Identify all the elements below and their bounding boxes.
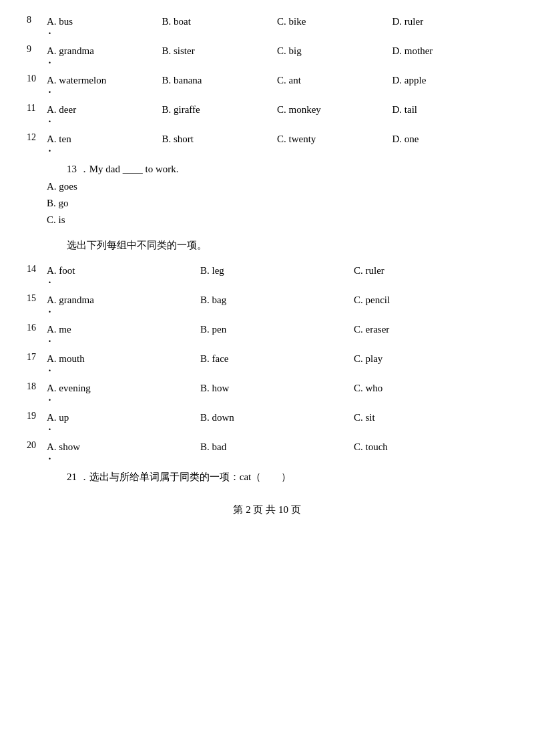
question-number: 17 bbox=[27, 351, 47, 364]
section-title: 选出下列每组中不同类的一项。 bbox=[67, 239, 507, 252]
question-number: 14 bbox=[27, 262, 47, 276]
option-c[interactable]: C. sit bbox=[354, 409, 507, 425]
option-b[interactable]: B. banana bbox=[162, 72, 278, 88]
option-c[interactable]: C. ant bbox=[277, 72, 392, 88]
dot: · bbox=[27, 336, 507, 347]
question-number: 12 bbox=[27, 131, 47, 144]
question-number: 19 bbox=[27, 409, 47, 423]
dot: · bbox=[27, 28, 507, 39]
option-d[interactable]: D. one bbox=[392, 131, 508, 147]
question-row: 20A. showB. badC. touch· bbox=[27, 439, 507, 464]
question-row: 14A. footB. legC. ruler· bbox=[27, 262, 507, 288]
dot: · bbox=[27, 57, 507, 68]
option-b[interactable]: B. how bbox=[200, 380, 354, 396]
option-c[interactable]: C. play bbox=[354, 351, 507, 367]
question-number: 8 bbox=[27, 13, 47, 27]
dot: · bbox=[27, 424, 507, 435]
question-row: 8A. busB. boatC. bikeD. ruler· bbox=[27, 13, 507, 39]
option-b[interactable]: B. leg bbox=[200, 262, 354, 278]
option-a[interactable]: A. foot bbox=[47, 262, 200, 278]
question-row: 15A. grandmaB. bagC. pencil· bbox=[27, 292, 507, 317]
option-a[interactable]: A. mouth bbox=[47, 351, 200, 367]
option-a[interactable]: A. deer bbox=[47, 102, 162, 118]
option-c[interactable]: C. bike bbox=[277, 13, 392, 29]
option-c[interactable]: C. ruler bbox=[354, 262, 507, 278]
option-a[interactable]: A. grandma bbox=[47, 292, 200, 308]
option-c[interactable]: C. touch bbox=[354, 439, 507, 455]
dot: · bbox=[27, 395, 507, 405]
option-a[interactable]: A. watermelon bbox=[47, 72, 162, 88]
option-b[interactable]: B. down bbox=[200, 409, 354, 425]
option-a[interactable]: A. evening bbox=[47, 380, 200, 396]
dot: · bbox=[27, 307, 507, 317]
dot: · bbox=[27, 365, 507, 376]
option-c[interactable]: C. big bbox=[277, 43, 392, 59]
q13-option-c[interactable]: C. is bbox=[47, 214, 507, 226]
option-c[interactable]: C. twenty bbox=[277, 131, 392, 147]
q13-option-b[interactable]: B. go bbox=[47, 198, 507, 209]
question-row: 10A. watermelonB. bananaC. antD. apple· bbox=[27, 72, 507, 98]
q13-option-a[interactable]: A. goes bbox=[47, 181, 507, 192]
option-b[interactable]: B. face bbox=[200, 351, 354, 367]
option-c[interactable]: C. monkey bbox=[277, 102, 392, 118]
dot: · bbox=[27, 87, 507, 98]
dot: · bbox=[27, 453, 507, 464]
option-b[interactable]: B. giraffe bbox=[162, 102, 278, 118]
option-b[interactable]: B. short bbox=[162, 131, 278, 147]
question-number: 20 bbox=[27, 439, 47, 452]
question-row: 17A. mouthB. faceC. play· bbox=[27, 351, 507, 376]
option-d[interactable]: D. mother bbox=[392, 43, 508, 59]
dot: · bbox=[27, 277, 507, 288]
question-row: 12A. tenB. shortC. twentyD. one· bbox=[27, 131, 507, 156]
page-footer: 第 2 页 共 10 页 bbox=[27, 504, 507, 516]
question-number: 10 bbox=[27, 72, 47, 85]
option-b[interactable]: B. sister bbox=[162, 43, 278, 59]
question-number: 15 bbox=[27, 292, 47, 305]
option-a[interactable]: A. show bbox=[47, 439, 200, 455]
question-21-text: 21 ．选出与所给单词属于同类的一项：cat（ ） bbox=[67, 471, 507, 484]
question-number: 16 bbox=[27, 321, 47, 335]
question-row: 11A. deerB. giraffeC. monkeyD. tail· bbox=[27, 102, 507, 127]
option-c[interactable]: C. pencil bbox=[354, 292, 507, 308]
question-number: 9 bbox=[27, 43, 47, 56]
option-d[interactable]: D. tail bbox=[392, 102, 508, 118]
option-a[interactable]: A. grandma bbox=[47, 43, 162, 59]
question-row: 18A. eveningB. howC. who· bbox=[27, 380, 507, 405]
option-d[interactable]: D. apple bbox=[392, 72, 508, 88]
question-row: 9A. grandmaB. sisterC. bigD. mother· bbox=[27, 43, 507, 68]
option-b[interactable]: B. bag bbox=[200, 292, 354, 308]
dot: · bbox=[27, 146, 507, 156]
option-a[interactable]: A. up bbox=[47, 409, 200, 425]
option-a[interactable]: A. me bbox=[47, 321, 200, 337]
option-a[interactable]: A. ten bbox=[47, 131, 162, 147]
question-number: 18 bbox=[27, 380, 47, 393]
question-row: 19A. upB. downC. sit· bbox=[27, 409, 507, 435]
option-c[interactable]: C. who bbox=[354, 380, 507, 396]
option-b[interactable]: B. bad bbox=[200, 439, 354, 455]
question-number: 11 bbox=[27, 102, 47, 115]
option-b[interactable]: B. pen bbox=[200, 321, 354, 337]
option-b[interactable]: B. boat bbox=[162, 13, 278, 29]
dot: · bbox=[27, 116, 507, 127]
question-13-text: 13 ．My dad ____ to work. bbox=[67, 163, 507, 176]
option-a[interactable]: A. bus bbox=[47, 13, 162, 29]
question-row: 16A. meB. penC. eraser· bbox=[27, 321, 507, 347]
option-d[interactable]: D. ruler bbox=[392, 13, 508, 29]
option-c[interactable]: C. eraser bbox=[354, 321, 507, 337]
